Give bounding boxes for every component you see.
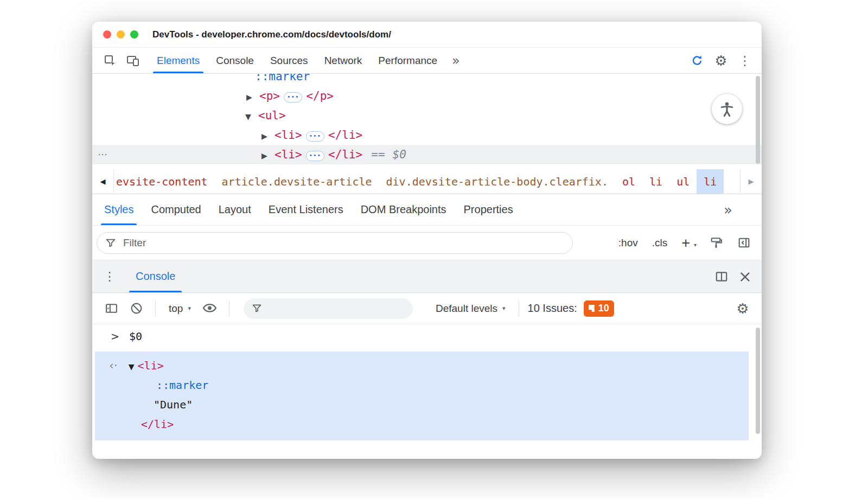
breadcrumb-scroll-right-icon[interactable]: ▶: [740, 169, 762, 194]
console-drawer-header: ⋮ Console ×: [92, 260, 762, 293]
issues-badge[interactable]: 10: [584, 300, 614, 317]
traffic-lights: [103, 30, 138, 39]
styles-filter-input[interactable]: [122, 236, 565, 250]
plus-icon: +: [681, 235, 690, 251]
tag-close: </li>: [328, 129, 362, 142]
tab-layout[interactable]: Layout: [210, 194, 260, 225]
console-evaluated-expression[interactable]: >$0: [92, 324, 762, 348]
devtools-window: DevTools - developer.chrome.com/docs/dev…: [92, 22, 762, 459]
caret-down-icon: ▾: [188, 305, 191, 312]
tab-network[interactable]: Network: [316, 48, 371, 73]
panel-tabs: Elements Console Sources Network Perform…: [149, 48, 467, 73]
log-levels-dropdown[interactable]: Default levels▾: [431, 303, 510, 315]
device-toolbar-icon[interactable]: [122, 48, 144, 73]
close-drawer-icon[interactable]: ×: [738, 268, 752, 285]
context-selector-dropdown[interactable]: top▾: [164, 303, 195, 315]
breadcrumb-item-li[interactable]: li: [642, 169, 669, 194]
accessibility-person-icon: [712, 94, 742, 124]
drawer-tab-console[interactable]: Console: [126, 260, 185, 292]
window-title: DevTools - developer.chrome.com/docs/dev…: [152, 29, 391, 40]
drawer-kebab-menu-icon[interactable]: ⋮: [102, 260, 117, 292]
inspect-element-icon[interactable]: [99, 48, 122, 73]
console-filter-input[interactable]: [268, 302, 405, 315]
collapsed-arrow-icon[interactable]: ▶: [261, 126, 275, 146]
breadcrumb-item-div[interactable]: div.devsite-article-body.clearfix.: [379, 169, 615, 194]
more-sidebar-tabs-icon[interactable]: »: [724, 194, 732, 225]
breadcrumb-scroll-left-icon[interactable]: ◀: [92, 169, 114, 194]
log-levels-label: Default levels: [436, 303, 497, 315]
dom-node-ul[interactable]: ▼<ul>: [92, 106, 762, 125]
collapsed-arrow-icon[interactable]: ▶: [261, 146, 275, 165]
settings-gear-icon[interactable]: ⚙: [711, 50, 731, 71]
toggle-class-button[interactable]: .cls: [652, 237, 668, 249]
tab-performance[interactable]: Performance: [370, 48, 445, 73]
drawer-right-controls: ×: [714, 260, 752, 292]
breadcrumb-item-article[interactable]: article.devsite-article: [215, 169, 379, 194]
dom-node-marker[interactable]: ::marker: [92, 74, 762, 86]
console-sidebar-icon[interactable]: [101, 298, 122, 319]
paintbrush-icon[interactable]: [710, 236, 723, 250]
breadcrumb-item-li-selected[interactable]: li: [697, 169, 724, 194]
filter-funnel-icon: [105, 237, 117, 249]
live-expression-eye-icon[interactable]: [200, 298, 220, 319]
dock-sidebar-icon[interactable]: [737, 236, 751, 250]
kebab-menu-icon[interactable]: ⋮: [735, 50, 755, 71]
zoom-window-button[interactable]: [130, 30, 138, 39]
inline-expand-icon[interactable]: •••: [306, 131, 324, 142]
console-scrollbar[interactable]: [756, 328, 760, 434]
console-filter-field[interactable]: [244, 298, 413, 319]
prompt-chevron-icon: >: [111, 330, 119, 342]
result-line-li-open: ‹·▼<li>: [95, 356, 749, 375]
devtools-toolbar: Elements Console Sources Network Perform…: [92, 48, 762, 74]
close-window-button[interactable]: [103, 30, 111, 39]
result-line-li-close: </li>: [95, 414, 749, 434]
tab-event-listeners[interactable]: Event Listeners: [260, 194, 352, 225]
result-tag-open: <li>: [138, 359, 164, 372]
minimize-window-button[interactable]: [117, 30, 125, 39]
dom-tree-scrollbar[interactable]: [756, 76, 760, 164]
toolbar-right-controls: ⚙ ⋮: [687, 48, 762, 73]
row-menu-icon[interactable]: ⋯: [98, 145, 108, 164]
tag-open: <li>: [275, 129, 302, 142]
collapsed-arrow-icon[interactable]: ▶: [246, 87, 259, 107]
returned-value-arrow-icon: ‹·: [109, 359, 118, 372]
dom-node-li-selected[interactable]: ⋯▶<li>•••</li>==$0: [92, 145, 762, 164]
split-panel-icon[interactable]: [714, 270, 729, 284]
expanded-arrow-icon[interactable]: ▼: [245, 107, 258, 126]
console-settings-gear-icon[interactable]: ⚙: [732, 298, 753, 319]
issues-label: 10 Issues:: [528, 302, 577, 315]
styles-filter-controls: :hov .cls +▾: [618, 236, 751, 250]
sidebar-tabs: Styles Computed Layout Event Listeners D…: [92, 194, 762, 226]
issues-counter[interactable]: 10 Issues:10: [528, 300, 614, 317]
caret-down-icon: ▾: [502, 305, 506, 312]
console-toolbar: top▾ Default levels▾ 10 Issues:10 ⚙: [92, 293, 762, 324]
breadcrumb-item-devsite-content[interactable]: evsite-content: [114, 169, 215, 194]
dom-node-p[interactable]: ▶<p>•••</p>: [92, 86, 762, 106]
tab-elements[interactable]: Elements: [149, 48, 208, 73]
tab-properties[interactable]: Properties: [455, 194, 522, 225]
console-result-selected[interactable]: ‹·▼<li> ::marker "Dune" </li>: [95, 351, 749, 440]
breadcrumb-item-ol[interactable]: ol: [615, 169, 642, 194]
tab-console[interactable]: Console: [208, 48, 262, 73]
tag-open: <p>: [259, 89, 280, 103]
tag-close: </p>: [306, 89, 334, 103]
tab-sources[interactable]: Sources: [262, 48, 316, 73]
expanded-arrow-icon[interactable]: ▼: [129, 357, 135, 376]
breadcrumb-item-ul[interactable]: ul: [669, 169, 697, 194]
clear-console-icon[interactable]: [126, 298, 146, 319]
tab-dom-breakpoints[interactable]: DOM Breakpoints: [352, 194, 455, 225]
issues-count: 10: [598, 303, 609, 314]
refresh-square-icon[interactable]: [687, 50, 707, 71]
toggle-hover-state-button[interactable]: :hov: [618, 237, 638, 249]
divider: [155, 301, 156, 316]
tab-styles[interactable]: Styles: [95, 194, 142, 225]
tab-computed[interactable]: Computed: [142, 194, 209, 225]
inline-expand-icon[interactable]: •••: [306, 151, 324, 161]
inline-expand-icon[interactable]: •••: [284, 92, 302, 103]
styles-filter-field[interactable]: [97, 232, 573, 254]
console-messages: >$0 ‹·▼<li> ::marker "Dune" </li>: [92, 324, 762, 459]
dom-node-li[interactable]: ▶<li>•••</li>: [92, 125, 762, 145]
more-panels-icon[interactable]: »: [445, 48, 467, 73]
result-line-marker[interactable]: ::marker: [95, 375, 749, 395]
new-style-rule-button[interactable]: +▾: [681, 238, 695, 248]
